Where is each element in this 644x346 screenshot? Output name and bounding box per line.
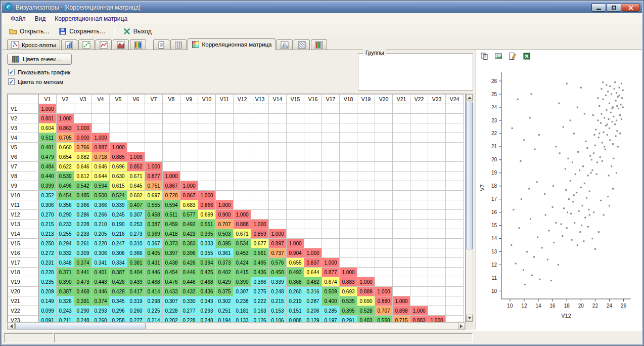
row-header[interactable]: V6 [8,152,39,162]
matrix-cell[interactable]: 0.296 [110,306,127,316]
matrix-cell[interactable]: 0.287 [304,296,322,306]
column-header[interactable]: V18 [340,95,357,104]
matrix-cell[interactable]: 0.133 [234,316,251,323]
matrix-cell[interactable]: 0.535 [340,296,357,306]
matrix-cell[interactable]: 1.000 [234,210,251,220]
matrix-cell[interactable]: 0.366 [127,248,145,258]
matrix-cell[interactable]: 0.219 [287,296,304,306]
matrix-cell[interactable]: 0.248 [269,287,287,296]
matrix-cell[interactable]: 0.671 [234,229,251,239]
matrix-cell[interactable]: 0.343 [198,296,216,306]
matrix-cell[interactable]: 0.438 [163,258,180,268]
matrix-cell[interactable]: 1.000 [287,239,304,248]
matrix-cell[interactable]: 0.682 [74,152,92,162]
matrix-cell[interactable]: 0.418 [163,229,180,239]
vertical-scrollbar[interactable] [466,94,473,322]
show-graph-checkbox[interactable]: ✓ Показывать график [8,69,70,75]
matrix-cell[interactable]: 0.231 [39,258,57,268]
matrix-cell[interactable]: 0.852 [127,162,145,171]
matrix-cell[interactable]: 0.202 [163,316,180,323]
matrix-cell[interactable]: 0.403 [357,316,375,323]
matrix-cell[interactable]: 0.509 [322,287,340,296]
matrix-cell[interactable]: 0.151 [287,306,304,316]
matrix-cell[interactable]: 0.397 [163,248,180,258]
matrix-cell[interactable]: 0.275 [251,287,269,296]
row-header[interactable]: V13 [8,220,39,229]
matrix-cell[interactable]: 0.883 [340,277,357,287]
matrix-cell[interactable]: 0.503 [216,229,234,239]
matrix-cell[interactable]: 0.215 [269,296,287,306]
matrix-cell[interactable]: 0.163 [251,306,269,316]
row-header[interactable]: V4 [8,133,39,143]
matrix-cell[interactable]: 0.302 [216,296,234,306]
column-header[interactable]: V13 [251,95,269,104]
matrix-cell[interactable]: 0.468 [145,277,163,287]
column-header[interactable]: V6 [127,95,145,104]
matrix-cell[interactable]: 0.211 [57,316,74,323]
matrix-cell[interactable]: 0.492 [180,220,198,229]
matrix-cell[interactable]: 0.883 [410,316,428,323]
matrix-cell[interactable]: 0.898 [393,306,410,316]
matrix-cell[interactable]: 0.330 [180,296,198,306]
matrix-cell[interactable]: 0.225 [145,306,163,316]
matrix-cell[interactable]: 0.291 [340,316,357,323]
column-header[interactable]: V22 [410,95,428,104]
matrix-cell[interactable]: 0.307 [163,296,180,306]
matrix-cell[interactable]: 0.395 [198,229,216,239]
matrix-cell[interactable]: 0.485 [74,191,92,200]
column-header[interactable]: V7 [145,95,163,104]
matrix-cell[interactable]: 0.233 [74,229,92,239]
matrix-cell[interactable]: 0.500 [92,191,110,200]
matrix-cell[interactable]: 0.396 [180,248,198,258]
matrix-cell[interactable]: 0.594 [163,200,180,210]
matrix-cell[interactable]: 0.205 [92,229,110,239]
matrix-cell[interactable]: 0.646 [92,162,110,171]
matrix-cell[interactable]: 0.766 [74,143,92,152]
matrix-cell[interactable]: 0.423 [180,229,198,239]
matrix-cell[interactable]: 0.414 [145,287,163,296]
matrix-cell[interactable]: 0.683 [180,200,198,210]
matrix-cell[interactable]: 1.000 [269,229,287,239]
matrix-cell[interactable]: 0.431 [145,258,163,268]
matrix-cell[interactable]: 1.000 [357,277,375,287]
tab-correlation-matrix[interactable]: Корреляционная матрица [188,38,276,50]
matrix-cell[interactable]: 0.294 [57,239,74,248]
matrix-cell[interactable]: 0.645 [127,181,145,191]
matrix-cell[interactable]: 0.728 [163,191,180,200]
matrix-cell[interactable]: 1.000 [163,171,180,181]
minimize-button[interactable] [591,4,606,12]
matrix-cell[interactable]: 0.859 [251,229,269,239]
matrix-cell[interactable]: 0.468 [198,277,216,287]
matrix-cell[interactable]: 0.355 [198,248,216,258]
matrix-cell[interactable]: 0.374 [74,258,92,268]
matrix-cell[interactable]: 0.511 [163,210,180,220]
matrix-cell[interactable]: 0.904 [287,248,304,258]
matrix-cell[interactable]: 0.660 [57,143,74,152]
matrix-cell[interactable]: 0.260 [92,316,110,323]
matrix-cell[interactable]: 0.426 [180,258,198,268]
scroll-down-button[interactable] [466,315,473,322]
row-header[interactable]: V10 [8,191,39,200]
matrix-cell[interactable]: 1.000 [428,316,446,323]
matrix-cell[interactable]: 0.316 [304,287,322,296]
matrix-cell[interactable]: 0.307 [234,287,251,296]
matrix-cell[interactable]: 1.000 [92,133,110,143]
matrix-cell[interactable]: 0.233 [57,220,74,229]
matrix-cell[interactable]: 0.091 [39,316,57,323]
row-header[interactable]: V23 [8,316,39,323]
column-header[interactable]: V21 [393,95,410,104]
row-header[interactable]: V7 [8,162,39,171]
matrix-cell[interactable]: 0.368 [287,277,304,287]
matrix-cell[interactable]: 0.482 [304,277,322,287]
matrix-cell[interactable]: 0.424 [234,258,251,268]
matrix-cell[interactable]: 0.654 [57,152,74,162]
matrix-cell[interactable]: 0.333 [198,239,216,248]
matrix-cell[interactable]: 0.528 [357,306,375,316]
maximize-button[interactable] [607,4,621,12]
matrix-cell[interactable]: 0.428 [110,287,127,296]
matrix-cell[interactable]: 0.693 [340,287,357,296]
matrix-cell[interactable]: 0.394 [198,258,216,268]
column-header[interactable]: V10 [198,95,216,104]
matrix-cell[interactable]: 0.306 [92,248,110,258]
matrix-cell[interactable]: 0.361 [216,248,234,258]
